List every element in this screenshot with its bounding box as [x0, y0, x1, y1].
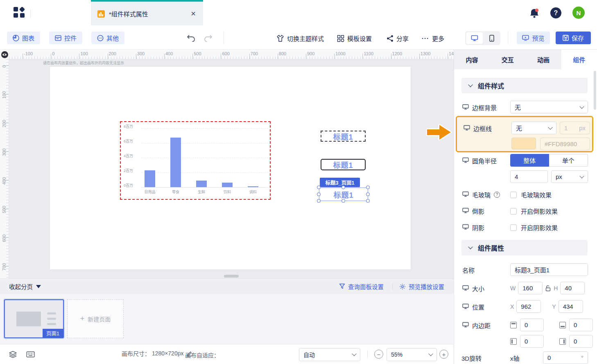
selection-handle[interactable] [366, 192, 370, 196]
reflection-checkbox-label: 开启倒影效果 [521, 207, 558, 215]
radius-unit-select[interactable]: px [551, 170, 588, 183]
tab-content[interactable]: 内容 [454, 50, 490, 69]
radius-seg-single[interactable]: 单个 [549, 154, 588, 167]
border-line-width-input[interactable]: 1 px [560, 122, 590, 134]
undo-icon[interactable] [187, 34, 196, 42]
document-tab[interactable]: *组件样式属性 × [91, 0, 203, 25]
help-icon[interactable]: ? [550, 7, 561, 18]
other-panel-button[interactable]: 其他 [91, 32, 124, 44]
chart-frame[interactable]: 0百万2百万4百万6百万8百万日用品零食生鲜饮料调料 [120, 121, 271, 200]
chart-panel-button[interactable]: 图表 [7, 32, 40, 44]
selected-widget-badge-text: 标题3_页面1 [326, 179, 355, 186]
size-h-input[interactable]: 40 [560, 282, 585, 294]
chart-ytick-label: 6百万 [124, 138, 133, 144]
radius-value-input[interactable]: 4 [510, 170, 548, 183]
frosted-checkbox-label: 毛玻璃效果 [521, 190, 552, 199]
title-selected-text: 标题1 [333, 189, 353, 200]
notification-bell-icon[interactable] [529, 8, 539, 19]
ruler-v-label: 700 [0, 261, 8, 273]
preview-play-settings-button[interactable]: 预览播放设置 [399, 282, 444, 291]
selection-handle[interactable] [317, 199, 321, 203]
lock-open-icon[interactable] [545, 285, 551, 292]
ruler-h-label: 700 [251, 51, 258, 56]
pages-strip: 页面1 + 新建页面 [0, 294, 454, 344]
canvas-hint: 请在画布内放置组件，超出画布外的内容无法显示 [43, 60, 124, 66]
title-widget-solid[interactable]: 标题1 [321, 159, 366, 170]
border-line-color-hex-input[interactable]: #FFD89980 [540, 138, 590, 150]
template-icon [337, 35, 344, 42]
switch-theme-button[interactable]: 切换主题样式 [276, 34, 324, 43]
zoom-in-button[interactable]: + [439, 350, 448, 359]
canvas-fit-select[interactable]: 自动 [299, 348, 360, 361]
more-button[interactable]: ··· 更多 [422, 34, 444, 43]
border-bg-select[interactable]: 无 [510, 101, 588, 113]
zoom-value: 55% [391, 351, 403, 358]
reflection-checkbox[interactable] [510, 208, 517, 215]
size-h-label: H [554, 285, 558, 292]
pos-y-input[interactable]: 434 [559, 300, 583, 313]
collapse-pages-button[interactable]: 收起分页 [9, 282, 41, 291]
padding-right-input[interactable]: 0 [569, 335, 593, 348]
keyboard-icon[interactable] [26, 351, 35, 357]
name-input[interactable]: 标题3_页面1 [510, 263, 588, 276]
other-panel-label: 其他 [106, 34, 119, 42]
device-desktop-button[interactable] [466, 32, 483, 44]
rotate3d-label: 3D旋转 [461, 354, 482, 362]
redo-icon[interactable] [204, 34, 213, 42]
reflection-label: 倒影 [462, 207, 484, 215]
padding-bottom-input[interactable]: 0 [569, 319, 593, 331]
save-button[interactable]: 保存 [556, 32, 591, 44]
pos-y-label: Y [552, 303, 556, 310]
selection-handle[interactable] [317, 185, 321, 189]
query-panel-settings-button[interactable]: 查询面板设置 [339, 282, 384, 291]
radius-seg-all[interactable]: 整体 [510, 154, 549, 167]
size-w-input[interactable]: 160 [518, 282, 543, 294]
pos-x-label: X [510, 303, 514, 310]
border-line-style-select[interactable]: 无 [511, 122, 556, 134]
selection-handle[interactable] [366, 185, 370, 189]
zoom-out-button[interactable]: − [374, 350, 383, 359]
padding-left-input[interactable]: 0 [520, 335, 544, 348]
app-logo[interactable] [14, 7, 25, 19]
tab-close-icon[interactable]: × [191, 9, 196, 18]
template-settings-button[interactable]: 模板设置 [337, 34, 372, 43]
preview-button[interactable]: 预览 [517, 32, 550, 44]
canvas-hscrollbar[interactable] [224, 275, 239, 278]
new-page-button[interactable]: + 新建页面 [67, 299, 124, 338]
rotate3d-x-input[interactable]: 0 ° [543, 351, 588, 364]
layers-icon[interactable] [9, 351, 17, 358]
chart-x-axis [141, 187, 268, 188]
widget-panel-button[interactable]: 控件 [49, 32, 82, 44]
tab-animation[interactable]: 动画 [526, 50, 561, 69]
device-mobile-button[interactable] [484, 32, 499, 44]
ruler-origin-eye[interactable] [0, 50, 9, 59]
selection-handle[interactable] [341, 185, 345, 189]
border-line-color-swatch[interactable] [511, 138, 536, 149]
padding-top-input[interactable]: 0 [520, 319, 544, 331]
zoom-select[interactable]: 55% [387, 348, 437, 361]
avatar[interactable]: N [572, 7, 585, 19]
tab-interaction[interactable]: 交互 [490, 50, 525, 69]
style-section-header[interactable]: 组件样式 [461, 78, 588, 93]
chart-ytick-label: 2百万 [124, 168, 133, 173]
selection-handle[interactable] [317, 192, 321, 196]
frosted-checkbox[interactable] [510, 192, 517, 198]
pos-x-input[interactable]: 962 [516, 300, 541, 313]
selection-handle[interactable] [341, 199, 345, 203]
shadow-checkbox[interactable] [510, 224, 517, 231]
page-thumbnail-page1[interactable]: 页面1 [4, 299, 64, 338]
canvas-viewport[interactable]: 请在画布内放置组件，超出画布外的内容无法显示 0百万2百万4百万6百万8百万日用… [9, 59, 454, 278]
panel-scrollbar[interactable] [594, 71, 596, 110]
more-dots-icon: ··· [422, 35, 429, 42]
chart-xtick-label: 日用品 [138, 189, 162, 194]
widget-icon [55, 35, 61, 41]
attr-section-header[interactable]: 组件属性 [461, 240, 588, 255]
selection-handle[interactable] [366, 199, 370, 203]
ruler-h-label: 1000 [335, 51, 345, 56]
tab-component[interactable]: 组件 [561, 50, 597, 69]
help-circle-icon[interactable]: ? [494, 192, 500, 198]
share-button[interactable]: 分享 [387, 34, 409, 43]
title-widget-dashed[interactable]: 标题1 [321, 131, 366, 142]
ruler-v-label: 500 [0, 203, 8, 216]
chart-bar [196, 181, 207, 187]
